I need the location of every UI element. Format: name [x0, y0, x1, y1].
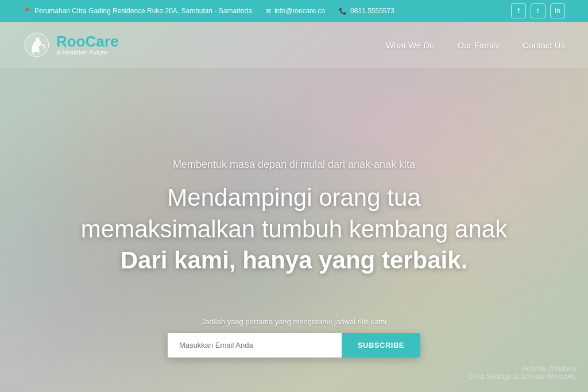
hero-title-line2: memaksimalkan tumbuh kembang anak — [81, 215, 507, 242]
phone-item: 📞 0811.5555573 — [339, 7, 394, 15]
svg-point-1 — [36, 37, 39, 41]
logo[interactable]: RooCare A Healthier Future — [23, 31, 118, 59]
nav-contact-us[interactable]: Contact Us — [523, 40, 565, 50]
logo-text: RooCare A Healthier Future — [56, 34, 118, 56]
nav-our-family[interactable]: Our Family — [457, 40, 499, 50]
email-input[interactable] — [168, 333, 342, 358]
subscribe-section: Jadilah yang pertama yang mengetahui jad… — [122, 317, 466, 358]
subscribe-label: Jadilah yang pertama yang mengetahui jad… — [122, 317, 466, 326]
email-item: ✉ info@roocare.co — [266, 7, 325, 15]
email-text: info@roocare.co — [274, 7, 325, 15]
logo-roo: Roo — [56, 33, 86, 50]
nav-what-we-do[interactable]: What We Do — [386, 40, 435, 50]
hero-content: Membentuk masa depan di mulai dari anak-… — [79, 159, 509, 280]
top-bar-left: 📍 Perumahan Citra Gading Residence Ruko … — [23, 7, 394, 15]
logo-icon — [23, 31, 51, 59]
top-bar: 📍 Perumahan Citra Gading Residence Ruko … — [0, 0, 588, 22]
subscribe-button[interactable]: SUBSCRIBE — [342, 333, 420, 358]
watermark-line1: Activate Windows — [468, 364, 577, 372]
address-item: 📍 Perumahan Citra Gading Residence Ruko … — [23, 7, 252, 15]
social-icons: f t in — [511, 3, 565, 18]
twitter-icon[interactable]: t — [531, 3, 546, 18]
nav-links: What We Do Our Family Contact Us — [386, 40, 565, 50]
facebook-icon[interactable]: f — [511, 3, 526, 18]
watermark-line2: Go to Settings to activate Windows. — [468, 372, 577, 381]
hero-title-line1: Mendampingi orang tua — [167, 184, 420, 211]
windows-watermark: Activate Windows Go to Settings to activ… — [468, 364, 577, 381]
phone-text: 0811.5555573 — [350, 7, 394, 15]
logo-tagline: A Healthier Future — [56, 49, 118, 56]
location-icon: 📍 — [23, 7, 31, 15]
navbar: RooCare A Healthier Future What We Do Ou… — [0, 22, 588, 68]
address-text: Perumahan Citra Gading Residence Ruko 20… — [34, 7, 252, 15]
logo-care: Care — [86, 33, 119, 50]
linkedin-icon[interactable]: in — [550, 3, 565, 18]
hero-subtitle: Membentuk masa depan di mulai dari anak-… — [79, 159, 509, 171]
hero-title-bold: Dari kami, hanya yang terbaik. — [121, 247, 468, 274]
logo-name: RooCare — [56, 34, 118, 49]
hero-section: RooCare A Healthier Future What We Do Ou… — [0, 22, 588, 392]
phone-icon: 📞 — [339, 7, 347, 15]
hero-title: Mendampingi orang tua memaksimalkan tumb… — [79, 182, 509, 276]
email-icon: ✉ — [266, 7, 271, 15]
subscribe-form: SUBSCRIBE — [168, 333, 420, 358]
